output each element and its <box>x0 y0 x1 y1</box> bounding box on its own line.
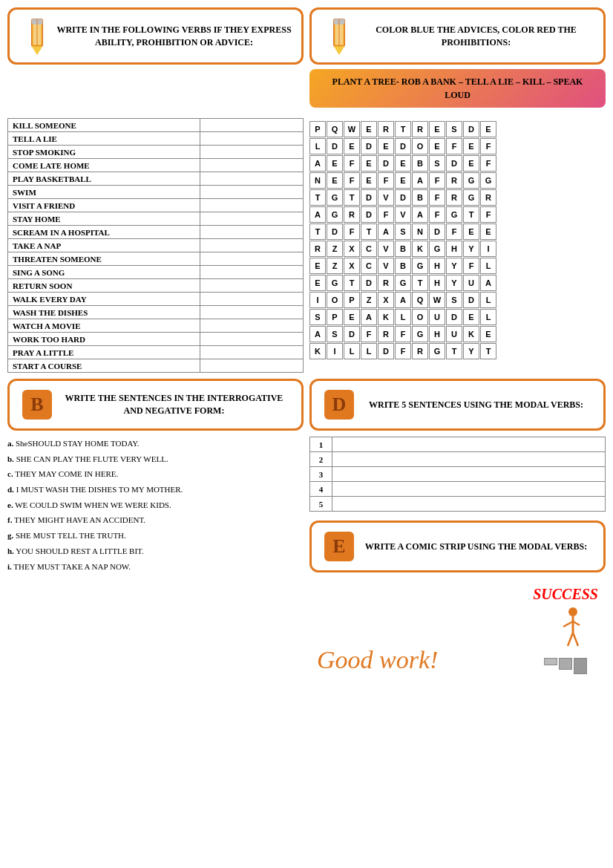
ws-cell: Y <box>446 275 462 291</box>
verb-name: THREATEN SOMEONE <box>8 252 200 266</box>
ws-cell: T <box>344 275 360 291</box>
instruction-text-a-left: WRITE IN THE FOLLOWING VERBS IF THEY EXP… <box>56 24 292 49</box>
verb-answer[interactable] <box>200 306 303 319</box>
verb-answer[interactable] <box>200 199 303 212</box>
letter-e-icon-area: E <box>321 532 358 561</box>
ws-cell: G <box>446 206 462 223</box>
verb-answer[interactable] <box>200 359 303 373</box>
verb-answer[interactable] <box>200 212 303 226</box>
ws-cell: S <box>429 155 445 172</box>
row-number: 2 <box>310 452 332 467</box>
sentences-list: a. SheSHOULD STAY HOME TODAY.b. SHE CAN … <box>7 437 304 573</box>
ws-cell: X <box>344 241 360 257</box>
ws-cell: D <box>361 206 377 223</box>
verb-answer[interactable] <box>200 252 303 266</box>
ws-cell: T <box>309 223 326 240</box>
ws-cell: W <box>429 292 445 308</box>
verb-answer[interactable] <box>200 146 303 159</box>
instruction-box-e: E WRITE A COMIC STRIP USING THE MODAL VE… <box>309 521 606 572</box>
ws-cell: E <box>463 155 479 172</box>
instruction-box-a-right: COLOR BLUE THE ADVICES, COLOR RED THE PR… <box>309 7 606 65</box>
ws-cell: U <box>463 275 479 291</box>
verb-answer[interactable] <box>200 226 303 239</box>
verb-name: STAY HOME <box>8 212 200 226</box>
verb-answer[interactable] <box>200 293 303 306</box>
verb-answer[interactable] <box>200 159 303 172</box>
letter-e-icon: E <box>324 532 354 561</box>
verb-answer[interactable] <box>200 132 303 146</box>
ws-cell: D <box>344 326 360 342</box>
ws-cell: W <box>344 121 360 137</box>
ws-cell: Z <box>361 292 377 308</box>
verb-name: WATCH A MOVIE <box>8 319 200 333</box>
verb-answer[interactable] <box>200 172 303 186</box>
table-row: WALK EVERY DAY <box>8 293 304 306</box>
ws-cell: G <box>327 275 343 291</box>
ws-cell: F <box>395 326 411 342</box>
ws-cell: F <box>480 155 496 172</box>
ws-cell: E <box>309 275 326 291</box>
ws-cell: R <box>378 326 394 342</box>
sentence-input[interactable] <box>332 452 606 467</box>
ws-cell: T <box>395 121 411 137</box>
sentence-input[interactable] <box>332 482 606 497</box>
ws-cell: D <box>361 189 377 206</box>
ws-cell: B <box>395 241 411 257</box>
ws-cell: F <box>344 155 360 172</box>
success-block: SUCCESS <box>533 586 598 674</box>
ws-cell: K <box>463 326 479 342</box>
ws-cell: D <box>463 292 479 308</box>
ws-cell: S <box>446 121 462 137</box>
ws-cell: O <box>327 292 343 308</box>
ws-cell: R <box>480 189 496 206</box>
ws-cell: H <box>429 275 445 291</box>
ws-cell: L <box>480 309 496 325</box>
ws-cell: R <box>344 206 360 223</box>
instruction-box-b-left: B WRITE THE SENTENCES IN THE INTERROGATI… <box>7 379 304 431</box>
list-item: e. WE COULD SWIM WHEN WE WERE KIDS. <box>7 498 304 512</box>
sentence-input[interactable] <box>332 467 606 482</box>
ws-cell: E <box>463 309 479 325</box>
list-item: a. SheSHOULD STAY HOME TODAY. <box>7 437 304 451</box>
verb-answer[interactable] <box>200 266 303 279</box>
list-item: b. SHE CAN PLAY THE FLUTE VERY WELL. <box>7 452 304 466</box>
table-row: SCREAM IN A HOSPITAL <box>8 226 304 239</box>
verb-answer[interactable] <box>200 186 303 199</box>
sentence-input[interactable] <box>332 497 606 512</box>
ws-cell: T <box>446 343 462 359</box>
ws-cell: G <box>412 326 428 342</box>
verb-answer[interactable] <box>200 239 303 252</box>
table-row: PLAY BASKETBALL <box>8 172 304 186</box>
verb-name: STOP SMOKING <box>8 146 200 159</box>
instruction-text-b-left: WRITE THE SENTENCES IN THE INTERROGATIVE… <box>56 392 292 417</box>
table-row: KILL SOMEONE <box>8 119 304 132</box>
table-row: STOP SMOKING <box>8 146 304 159</box>
ws-cell: D <box>361 275 377 291</box>
ws-cell: T <box>463 206 479 223</box>
sentence-input[interactable] <box>332 437 606 452</box>
section-a-right: COLOR BLUE THE ADVICES, COLOR RED THE PR… <box>309 7 606 108</box>
list-item: i. THEY MUST TAKE A NAP NOW. <box>7 560 304 574</box>
ws-cell: S <box>309 309 326 325</box>
verb-answer[interactable] <box>200 279 303 293</box>
ws-cell: A <box>309 326 326 342</box>
ws-cell: E <box>361 155 377 172</box>
ws-cell: A <box>309 206 326 223</box>
section-b-right: D WRITE 5 SENTENCES USING THE MODAL VERB… <box>309 379 606 682</box>
verb-answer[interactable] <box>200 346 303 359</box>
ws-cell: C <box>361 241 377 257</box>
ws-cell: V <box>378 241 394 257</box>
ws-cell: E <box>480 121 496 137</box>
section-e: E WRITE A COMIC STRIP USING THE MODAL VE… <box>309 521 606 682</box>
ws-cell: Y <box>463 343 479 359</box>
verb-name: WORK TOO HARD <box>8 333 200 346</box>
row-number: 1 <box>310 437 332 452</box>
verb-answer[interactable] <box>200 319 303 333</box>
wordsearch-section: PQWERTRESDELDEDEDOEFEFAEFEDEBSDEFNEFEFEA… <box>309 114 606 373</box>
verb-answer[interactable] <box>200 333 303 346</box>
ws-cell: K <box>309 343 326 359</box>
instruction-box-a-left: WRITE IN THE FOLLOWING VERBS IF THEY EXP… <box>7 7 304 65</box>
ws-cell: B <box>412 155 428 172</box>
verb-answer[interactable] <box>200 119 303 132</box>
ws-cell: A <box>378 223 394 240</box>
